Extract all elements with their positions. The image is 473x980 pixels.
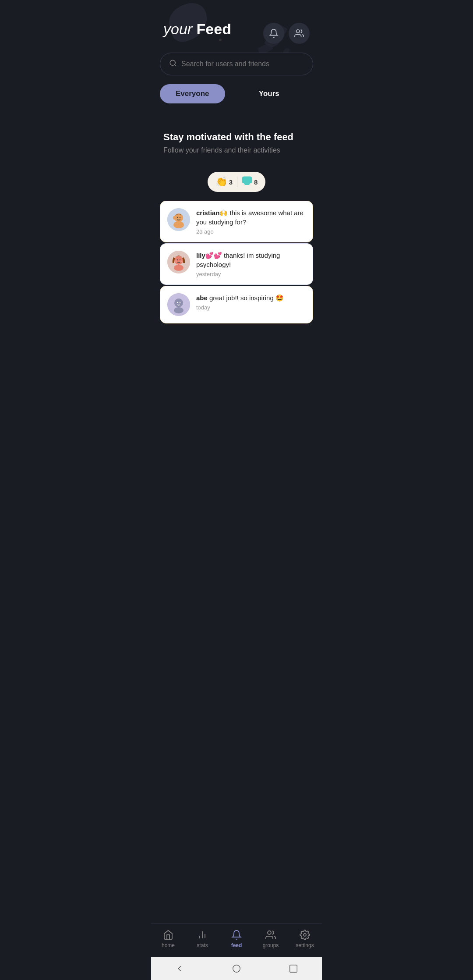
friends-button[interactable] xyxy=(289,23,310,44)
notifications-button[interactable] xyxy=(263,23,284,44)
svg-point-1 xyxy=(170,60,175,65)
svg-point-14 xyxy=(180,259,180,260)
empty-state: Stay motivated with the feed Follow your… xyxy=(151,110,322,165)
comment-content-0: cristian🙌 this is awesome what are you s… xyxy=(196,208,306,235)
search-input[interactable] xyxy=(181,60,304,68)
tab-everyone[interactable]: Everyone xyxy=(160,84,225,103)
clap-count: 3 xyxy=(229,178,233,186)
search-bar[interactable] xyxy=(160,53,313,75)
chat-count: 8 xyxy=(254,178,258,186)
svg-point-5 xyxy=(173,221,184,228)
svg-point-11 xyxy=(174,265,184,271)
svg-point-20 xyxy=(177,302,178,303)
feed-tabs: Everyone Yours xyxy=(151,82,322,110)
comment-time-2: today xyxy=(196,304,306,311)
comment-card-1[interactable]: lily💕💕 thanks! im studying psychology! y… xyxy=(160,243,313,285)
reaction-pill-container[interactable]: 👏 3 8 xyxy=(208,172,266,192)
comments-list: cristian🙌 this is awesome what are you s… xyxy=(151,201,322,324)
svg-point-0 xyxy=(297,30,300,33)
reaction-pills: 👏 3 8 xyxy=(151,172,322,192)
search-icon xyxy=(169,59,177,69)
svg-point-15 xyxy=(175,260,177,263)
search-container xyxy=(151,53,322,82)
svg-line-2 xyxy=(174,64,176,66)
comment-time-1: yesterday xyxy=(196,271,306,277)
svg-point-19 xyxy=(174,298,183,307)
header-action-icons xyxy=(263,23,310,44)
comment-content-1: lily💕💕 thanks! im studying psychology! y… xyxy=(196,251,306,277)
clap-reaction[interactable]: 👏 3 xyxy=(215,176,233,188)
reaction-divider xyxy=(237,177,237,187)
clap-emoji: 👏 xyxy=(215,176,227,188)
empty-state-title: Stay motivated with the feed xyxy=(163,131,310,143)
decoration-leaf-3 xyxy=(282,48,290,53)
comment-content-2: abe great job!! so inspiring 🤩 today xyxy=(196,293,306,311)
svg-point-13 xyxy=(177,259,178,260)
header: your Feed xyxy=(151,0,322,53)
svg-point-9 xyxy=(180,217,180,218)
comment-card-2[interactable]: abe great job!! so inspiring 🤩 today xyxy=(160,286,313,323)
svg-point-8 xyxy=(177,217,178,218)
avatar-abe xyxy=(167,293,190,316)
svg-point-18 xyxy=(174,307,184,313)
empty-state-subtitle: Follow your friends and their activities xyxy=(163,146,310,154)
comment-card-0[interactable]: cristian🙌 this is awesome what are you s… xyxy=(160,201,313,242)
comment-username-2: abe xyxy=(196,294,208,302)
page-title: your Feed xyxy=(163,21,231,37)
comment-text-0: cristian🙌 this is awesome what are you s… xyxy=(196,208,306,227)
chat-emoji xyxy=(242,176,252,188)
comment-text-1: lily💕💕 thanks! im studying psychology! xyxy=(196,251,306,269)
svg-rect-3 xyxy=(242,177,252,183)
avatar-lily xyxy=(167,251,190,273)
svg-point-21 xyxy=(180,302,180,303)
svg-point-7 xyxy=(173,216,176,220)
tab-yours[interactable]: Yours xyxy=(225,84,313,103)
svg-point-16 xyxy=(180,260,183,263)
comment-username-1: lily xyxy=(196,252,205,259)
comment-time-0: 2d ago xyxy=(196,228,306,235)
comment-text-2: abe great job!! so inspiring 🤩 xyxy=(196,293,306,302)
avatar-cristian xyxy=(167,208,190,231)
comment-username-0: cristian xyxy=(196,209,219,217)
chat-reaction[interactable]: 8 xyxy=(242,176,258,188)
